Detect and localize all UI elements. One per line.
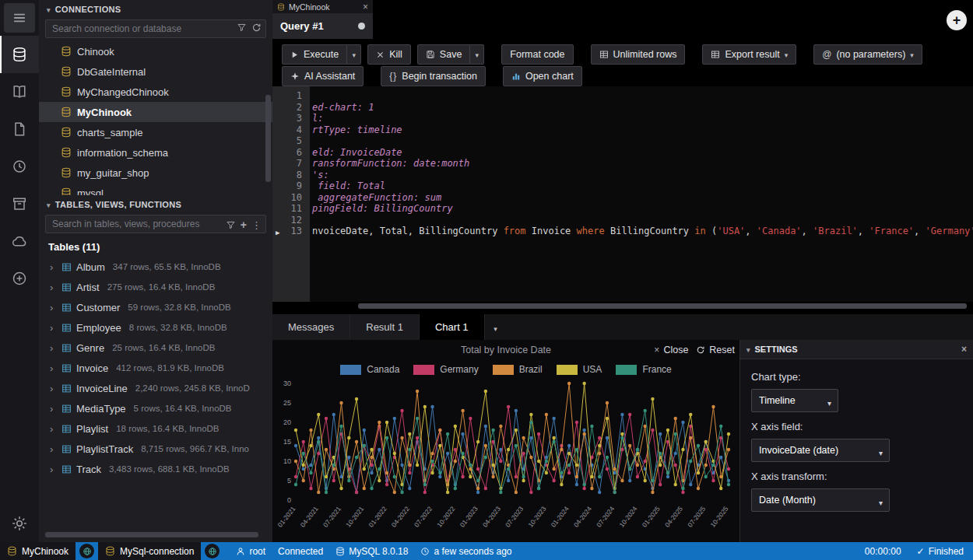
table-item[interactable]: ›Customer59 rows, 32.8 KB, InnoDB [39, 297, 272, 317]
legend-item: France [616, 364, 671, 375]
tab-query-1[interactable]: Query #1 [272, 13, 373, 39]
settings-header-label: SETTINGS [755, 345, 798, 354]
save-dropdown[interactable] [470, 44, 484, 65]
filter-icon[interactable] [237, 23, 247, 33]
connection-item[interactable]: MyChinook [39, 102, 272, 122]
settings-header[interactable]: SETTINGS [740, 340, 973, 359]
settings-body: Chart type:TimelineX axis field:InvoiceD… [740, 359, 973, 515]
kill-button[interactable]: Kill [367, 44, 411, 65]
tables-section-header[interactable]: TABLES, VIEWS, FUNCTIONS [39, 195, 272, 214]
svg-text:07-2025: 07-2025 [686, 505, 707, 529]
status-items: rootConnectedMySQL 8.0.18a few seconds a… [223, 546, 511, 557]
statusbar-database-chip[interactable]: MyChinook [0, 542, 76, 560]
globe-badge-icon[interactable] [79, 544, 94, 558]
table-item[interactable]: ›PlaylistTrack8,715 rows, 966.7 KB, Inno [39, 439, 272, 459]
chart-reset-button[interactable]: Reset [696, 345, 735, 355]
activity-file-icon[interactable] [0, 110, 39, 148]
svg-text:04-2022: 04-2022 [390, 505, 411, 529]
legend-item: Canada [340, 364, 399, 375]
connection-item[interactable]: charts_sample [39, 122, 272, 142]
connection-item[interactable]: my_guitar_shop [39, 163, 272, 183]
result-tab-chart-1[interactable]: Chart 1 [420, 314, 485, 340]
editor-gutter: 12345678910111213 [272, 86, 310, 302]
connections-header-label: CONNECTIONS [55, 5, 121, 14]
app-window: CONNECTIONS ChinookDbGateInternalMyChang… [0, 0, 973, 560]
table-item[interactable]: ›Track3,483 rows, 688.1 KB, InnoDB [39, 459, 272, 479]
refresh-icon[interactable] [251, 23, 262, 33]
table-item[interactable]: ›Genre25 rows, 16.4 KB, InnoDB [39, 338, 272, 358]
connection-item[interactable]: MyChangedChinook [39, 82, 272, 102]
svg-text:10-2021: 10-2021 [344, 505, 365, 529]
table-item[interactable]: ›Playlist18 rows, 16.4 KB, InnoDB [39, 418, 272, 439]
modified-dot-icon [358, 23, 365, 30]
x-axis-field-select[interactable]: InvoiceDate (date) [751, 439, 890, 462]
table-item[interactable]: ›InvoiceLine2,240 rows, 245.8 KB, InnoD [39, 378, 272, 398]
connection-item[interactable]: information_schema [39, 142, 272, 163]
table-item[interactable]: ›Artist275 rows, 16.4 KB, InnoDB [39, 277, 272, 297]
result-tab-messages[interactable]: Messages [272, 314, 350, 340]
connections-section-header[interactable]: CONNECTIONS [39, 0, 272, 19]
svg-text:07-2024: 07-2024 [595, 505, 616, 529]
tables-group-label[interactable]: Tables (11) [39, 236, 272, 257]
sql-editor[interactable]: 12345678910111213 ed-chart: 1l:rtType: t… [272, 86, 973, 302]
x-axis-transform-select[interactable]: Date (Month) [751, 488, 890, 512]
at-icon [822, 49, 831, 60]
status-timer: 00:00:00 [865, 546, 901, 557]
svg-text:30: 30 [283, 380, 291, 387]
chart-legend: CanadaGermanyBrazilUSAFrance [272, 360, 739, 379]
close-icon[interactable] [363, 2, 368, 12]
main-area: MyChinook Query #1 + Execute Ki [272, 0, 973, 542]
activity-menu-icon[interactable] [0, 0, 39, 36]
chevron-down-icon [746, 345, 750, 354]
unlimited-rows-button[interactable]: Unlimited rows [591, 44, 686, 65]
result-tab-result-1[interactable]: Result 1 [350, 314, 420, 340]
open-chart-button[interactable]: Open chart [503, 66, 582, 86]
activity-cloud-icon[interactable] [0, 222, 39, 260]
activity-archive-icon[interactable] [0, 185, 39, 222]
begin-transaction-button[interactable]: Begin transaction [381, 66, 486, 86]
kebab-menu-icon[interactable] [251, 218, 262, 232]
activity-plus-icon[interactable] [0, 260, 39, 297]
activity-database-icon[interactable] [0, 36, 39, 73]
filter-icon[interactable] [226, 220, 236, 230]
sidebar-hscrollbar[interactable] [45, 532, 258, 537]
close-icon[interactable] [961, 344, 967, 355]
add-icon[interactable] [241, 218, 247, 232]
connection-item[interactable]: Chinook [39, 41, 272, 61]
export-result-button[interactable]: Export result [702, 44, 796, 65]
connection-item[interactable]: mysql [39, 183, 272, 195]
save-button[interactable]: Save [417, 44, 471, 65]
tab-group-header[interactable]: MyChinook [272, 0, 373, 13]
editor-hscrollbar[interactable] [358, 303, 967, 309]
query-tab-label: Query #1 [280, 20, 324, 32]
statusbar-item: a few seconds ago [420, 546, 511, 557]
table-item[interactable]: ›Employee8 rows, 32.8 KB, InnoDB [39, 317, 272, 338]
chart-close-button[interactable]: Close [654, 345, 688, 355]
chevron-down-icon [47, 200, 51, 209]
ai-assistant-button[interactable]: AI Assistant [282, 66, 364, 86]
svg-text:07-2023: 07-2023 [504, 505, 525, 529]
connections-scrollbar[interactable] [265, 95, 271, 182]
activity-history-icon[interactable] [0, 148, 39, 185]
svg-text:10-2023: 10-2023 [526, 505, 547, 529]
close-icon [654, 345, 659, 355]
result-tab-dropdown[interactable] [485, 314, 507, 340]
new-tab-button[interactable]: + [947, 10, 967, 30]
execute-button[interactable]: Execute [282, 44, 347, 65]
format-code-button[interactable]: Format code [501, 44, 573, 65]
parameters-button[interactable]: (no parameters) [813, 44, 922, 65]
connection-item[interactable]: DbGateInternal [39, 61, 272, 82]
statusbar-database-chip[interactable]: MySql-connection [98, 542, 201, 560]
chart-type-select[interactable]: Timeline [751, 389, 838, 412]
table-item[interactable]: ›Invoice412 rows, 81.9 KB, InnoDB [39, 358, 272, 378]
globe-badge-icon[interactable] [205, 544, 220, 558]
status-left: MyChinookMySql-connection [0, 542, 223, 560]
activity-gear-icon[interactable] [0, 505, 39, 542]
connection-search-input[interactable] [45, 19, 266, 38]
table-item[interactable]: ›Album347 rows, 65.5 KB, InnoDB [39, 257, 272, 277]
x-icon [376, 51, 385, 59]
play-icon [290, 51, 299, 59]
table-item[interactable]: ›MediaType5 rows, 16.4 KB, InnoDB [39, 398, 272, 418]
activity-book-icon[interactable] [0, 73, 39, 110]
execute-dropdown[interactable] [347, 44, 361, 65]
